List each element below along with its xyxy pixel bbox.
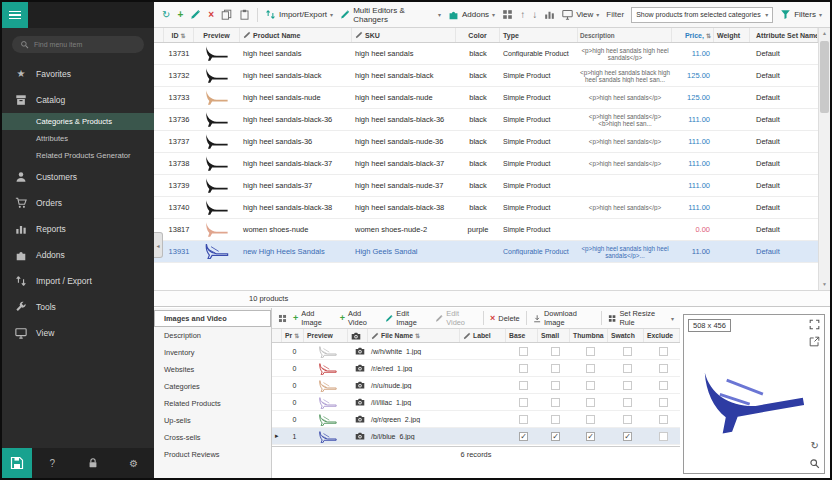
set-resize-rule-button[interactable]: Set Resize Rule▾	[608, 309, 674, 327]
checkbox-cell[interactable]	[538, 347, 570, 356]
product-row[interactable]: 13740high heel sandals-black-38high heel…	[154, 197, 818, 219]
column-header-preview[interactable]: Preview	[304, 329, 348, 342]
image-row[interactable]: 0/g/r/green_2.jpg	[272, 411, 680, 428]
filters-button[interactable]: Filters ▾	[780, 9, 822, 20]
product-image[interactable]	[690, 345, 819, 438]
checkbox-cell[interactable]	[506, 381, 538, 390]
sidebar-search-input[interactable]: Find menu item	[12, 36, 144, 53]
column-header-exclude[interactable]: Exclude	[644, 329, 680, 342]
category-filter-select[interactable]: Show products from selected categories ▾	[631, 7, 773, 23]
product-row[interactable]: 13732high heel sandals-blackhigh heel sa…	[154, 65, 818, 87]
tab-up-sells[interactable]: Up-sells	[154, 412, 271, 429]
sidebar-item-related-products-generator[interactable]: Related Products Generator	[2, 147, 154, 164]
product-row[interactable]: 13817women shoes-nudewomen shoes-nude-2p…	[154, 219, 818, 241]
checkbox[interactable]	[659, 347, 668, 356]
checkbox-cell[interactable]	[644, 398, 680, 407]
checkbox-cell[interactable]	[644, 347, 680, 356]
delete-image-button[interactable]: ×Delete	[490, 314, 520, 323]
columns-button[interactable]	[544, 9, 555, 20]
column-header-type[interactable]: Type	[500, 28, 578, 42]
sidebar-item-customers[interactable]: Customers	[2, 164, 154, 190]
column-header-sku[interactable]: SKU	[352, 28, 456, 42]
checkbox-cell[interactable]	[644, 415, 680, 424]
checkbox[interactable]	[659, 432, 668, 441]
checkbox-cell[interactable]	[570, 347, 608, 356]
tab-related-products[interactable]: Related Products	[154, 395, 271, 412]
checkbox[interactable]	[519, 415, 528, 424]
checkbox-cell[interactable]	[570, 398, 608, 407]
sort-desc-button[interactable]: ↓	[532, 10, 537, 20]
checkbox[interactable]	[519, 347, 528, 356]
sidebar-item-tools[interactable]: Tools	[2, 294, 154, 320]
product-row[interactable]: 13731high heel sandalshigh heel sandalsb…	[154, 43, 818, 65]
edit-video-button[interactable]: Edit Video	[435, 309, 477, 327]
checkbox[interactable]	[659, 398, 668, 407]
checkbox-cell[interactable]	[538, 381, 570, 390]
addons-menu[interactable]: Addons ▾	[448, 9, 495, 20]
checkbox[interactable]	[659, 415, 668, 424]
tab-websites[interactable]: Websites	[154, 361, 271, 378]
add-image-button[interactable]: +Add Image	[293, 309, 334, 327]
menu-button[interactable]	[2, 2, 28, 28]
column-header-small[interactable]: Small	[538, 329, 570, 342]
column-header-marker[interactable]	[154, 28, 164, 42]
download-image-button[interactable]: Download Image	[533, 309, 596, 327]
checkbox-cell[interactable]	[506, 347, 538, 356]
checkbox[interactable]	[551, 398, 560, 407]
checkbox[interactable]	[623, 398, 632, 407]
checkbox-cell[interactable]	[570, 364, 608, 373]
column-header-icon[interactable]	[272, 329, 282, 342]
lock-button[interactable]	[73, 457, 114, 469]
column-header-color[interactable]: Color	[456, 28, 500, 42]
column-header-base[interactable]: Base	[506, 329, 538, 342]
view-menu[interactable]: View ▾	[562, 9, 599, 20]
tab-inventory[interactable]: Inventory	[154, 344, 271, 361]
checkbox-cell[interactable]	[644, 364, 680, 373]
column-header-icon[interactable]	[348, 329, 368, 342]
help-button[interactable]: ?	[32, 458, 73, 469]
edit-image-button[interactable]: Edit Image	[385, 309, 429, 327]
checkbox[interactable]	[519, 381, 528, 390]
sidebar-collapse-handle[interactable]: ◂	[154, 232, 163, 258]
checkbox[interactable]	[519, 398, 528, 407]
sidebar-item-addons[interactable]: Addons	[2, 242, 154, 268]
checkbox-cell[interactable]	[608, 398, 644, 407]
tab-description[interactable]: Description	[154, 327, 271, 344]
checkbox[interactable]	[623, 381, 632, 390]
save-button[interactable]	[2, 448, 32, 478]
grid-scrollbar[interactable]: ▲ ▼	[818, 28, 830, 290]
product-row[interactable]: ▸13931new High Heels SandalsHigh Geels S…	[154, 241, 818, 263]
fullscreen-icon[interactable]	[809, 319, 820, 330]
checkbox[interactable]	[659, 364, 668, 373]
checkbox[interactable]	[586, 415, 595, 424]
checkbox[interactable]	[586, 398, 595, 407]
edit-product-button[interactable]	[190, 9, 201, 20]
checkbox[interactable]	[551, 415, 560, 424]
product-row[interactable]: 13733high heel sandals-nudehigh heel san…	[154, 87, 818, 109]
column-header-file-name[interactable]: File Name⇅	[368, 329, 460, 342]
rotate-icon[interactable]: ↻	[811, 440, 819, 451]
column-header-preview[interactable]: Preview	[194, 28, 240, 42]
checkbox[interactable]	[586, 364, 595, 373]
sort-asc-button[interactable]: ↑	[520, 10, 525, 20]
checkbox[interactable]: ✓	[551, 432, 560, 441]
checkbox-cell[interactable]	[506, 364, 538, 373]
scrollbar-thumb[interactable]	[820, 41, 829, 113]
scroll-down-arrow[interactable]: ▼	[819, 279, 830, 290]
tab-cross-sells[interactable]: Cross-sells	[154, 429, 271, 446]
image-row[interactable]: 0/w/h/white_1.jpg	[272, 343, 680, 360]
checkbox[interactable]	[623, 415, 632, 424]
sidebar-item-view[interactable]: View	[2, 320, 154, 346]
column-header-description[interactable]: Description	[578, 28, 672, 42]
settings-button[interactable]: ⚙	[113, 458, 154, 469]
tab-product-reviews[interactable]: Product Reviews	[154, 446, 271, 463]
checkbox-cell[interactable]	[506, 398, 538, 407]
product-row[interactable]: 13737high heel sandals-36high heel sanda…	[154, 131, 818, 153]
add-video-button[interactable]: +Add Video	[340, 309, 379, 327]
checkbox[interactable]: ✓	[586, 432, 595, 441]
checkbox-cell[interactable]	[570, 381, 608, 390]
checkbox-cell[interactable]	[644, 381, 680, 390]
checkbox-cell[interactable]	[608, 347, 644, 356]
image-row[interactable]: 0/r/e/red_1.jpg	[272, 360, 680, 377]
checkbox-cell[interactable]	[506, 415, 538, 424]
